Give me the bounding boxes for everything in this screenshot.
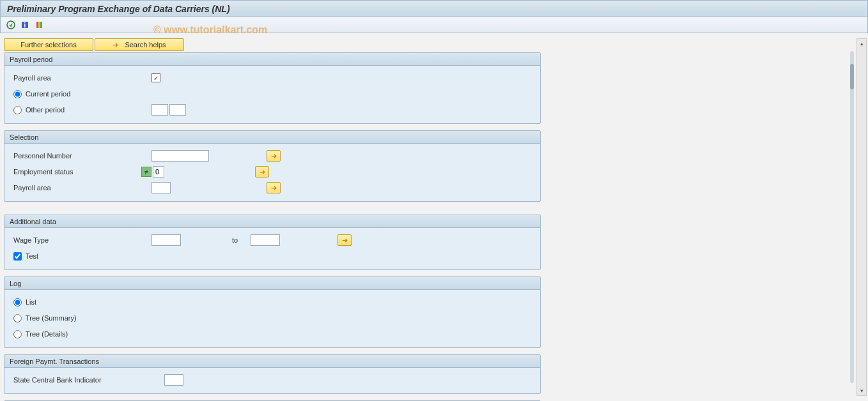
wage-type-to-label: to	[232, 236, 238, 244]
search-helps-label: Search helps	[125, 41, 166, 49]
arrow-right-icon: ➜	[112, 41, 118, 49]
current-period-label: Current period	[26, 90, 70, 98]
svg-rect-5	[40, 22, 42, 28]
selection-button-row: Further selections ➜ Search helps	[4, 38, 541, 51]
svg-rect-4	[38, 22, 40, 28]
svg-text:i: i	[24, 22, 26, 29]
test-checkbox-row[interactable]: Test	[11, 252, 151, 261]
group-selection: Selection Personnel Number ➜ Employment …	[4, 130, 541, 202]
log-tree-summary-label: Tree (Summary)	[26, 314, 77, 322]
employment-status-multiselect-button[interactable]: ➜	[255, 166, 269, 178]
not-equal-icon[interactable]: ≠	[141, 167, 151, 177]
employment-status-label: Employment status	[11, 168, 141, 176]
personnel-number-label: Personnel Number	[11, 152, 151, 160]
log-list-radio-input[interactable]	[13, 298, 22, 306]
arrow-right-icon: ➜	[271, 152, 277, 160]
current-period-radio-input[interactable]	[13, 90, 22, 98]
window-title-bar: Preliminary Program Exchange of Data Car…	[0, 0, 868, 17]
payroll-area-sel-input[interactable]	[151, 182, 171, 193]
test-label: Test	[26, 252, 38, 260]
group-log: Log List Tree (Summary)	[4, 276, 541, 348]
inner-scrollbar[interactable]	[850, 51, 854, 383]
other-period-radio[interactable]: Other period	[11, 106, 151, 114]
payroll-area-multiselect-button[interactable]: ➜	[267, 182, 281, 193]
log-tree-details-label: Tree (Details)	[26, 330, 68, 338]
payroll-area-checkbox[interactable]: ✓	[151, 73, 160, 82]
wage-type-to-input[interactable]	[251, 234, 280, 246]
current-period-radio[interactable]: Current period	[11, 90, 151, 98]
further-selections-label: Further selections	[20, 41, 76, 49]
group-additional-data: Additional data Wage Type to ➜ Test	[4, 215, 541, 270]
further-selections-button[interactable]: Further selections	[4, 38, 93, 51]
other-period-input-2[interactable]	[169, 104, 186, 116]
log-tree-summary-radio[interactable]: Tree (Summary)	[11, 314, 151, 322]
payroll-area-label: Payroll area	[11, 74, 151, 82]
payroll-area-sel-label: Payroll area	[11, 184, 151, 192]
group-header-additional-data: Additional data	[4, 215, 540, 228]
scrollbar-thumb[interactable]	[850, 64, 854, 89]
group-foreign-paymt: Foreign Paymt. Transactions State Centra…	[4, 354, 541, 394]
other-period-radio-input[interactable]	[13, 106, 22, 114]
scroll-up-icon[interactable]: ▴	[857, 39, 866, 48]
svg-point-0	[7, 21, 15, 29]
state-central-bank-input[interactable]	[164, 374, 183, 386]
log-list-label: List	[26, 298, 36, 306]
content-area: Further selections ➜ Search helps Payrol…	[0, 33, 868, 401]
log-tree-summary-radio-input[interactable]	[13, 314, 22, 322]
window-title: Preliminary Program Exchange of Data Car…	[7, 4, 230, 14]
other-period-label: Other period	[26, 106, 65, 114]
scroll-down-icon[interactable]: ▾	[857, 386, 866, 395]
test-checkbox[interactable]	[13, 252, 22, 261]
info-icon[interactable]: i	[20, 20, 30, 30]
app-toolbar: i	[0, 17, 868, 33]
state-central-bank-label: State Central Bank Indicator	[11, 376, 164, 384]
group-payroll-period: Payroll period Payroll area ✓ Current pe…	[4, 52, 541, 124]
log-tree-details-radio-input[interactable]	[13, 330, 22, 338]
variant-icon[interactable]	[34, 20, 44, 30]
arrow-right-icon: ➜	[260, 168, 265, 176]
personnel-number-input[interactable]	[151, 150, 209, 162]
arrow-right-icon: ➜	[271, 184, 277, 192]
search-helps-button[interactable]: ➜ Search helps	[95, 38, 184, 51]
execute-icon[interactable]	[6, 20, 16, 30]
group-header-log: Log	[4, 277, 540, 290]
group-header-payroll-period: Payroll period	[4, 53, 540, 66]
group-header-selection: Selection	[4, 131, 540, 144]
log-list-radio[interactable]: List	[11, 298, 151, 306]
log-tree-details-radio[interactable]: Tree (Details)	[11, 330, 151, 338]
svg-rect-3	[36, 22, 38, 28]
wage-type-multiselect-button[interactable]: ➜	[337, 234, 352, 246]
wage-type-from-input[interactable]	[151, 234, 181, 246]
group-header-foreign-paymt: Foreign Paymt. Transactions	[4, 355, 540, 368]
employment-status-input[interactable]	[153, 166, 164, 178]
other-period-input-1[interactable]	[151, 104, 168, 116]
vertical-scrollbar[interactable]: ▴ ▾	[856, 38, 867, 396]
arrow-right-icon: ➜	[342, 236, 348, 245]
personnel-number-multiselect-button[interactable]: ➜	[267, 150, 281, 162]
wage-type-label: Wage Type	[11, 236, 151, 244]
